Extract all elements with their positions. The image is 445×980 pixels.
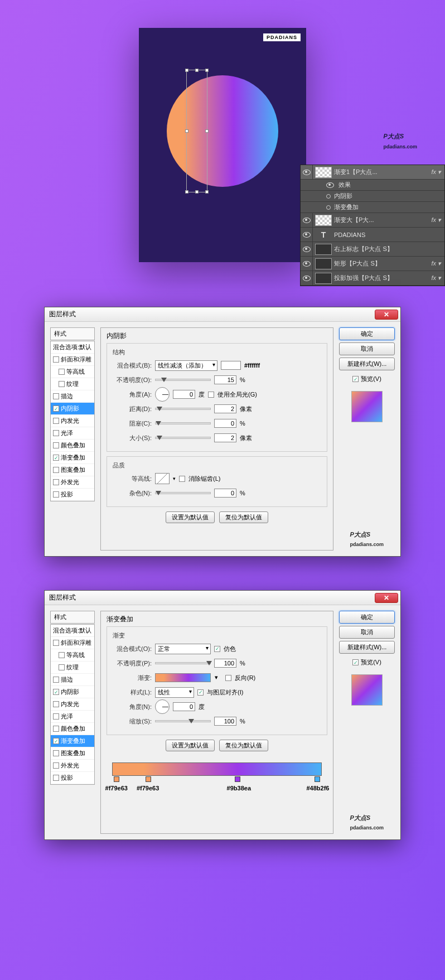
style-item[interactable]: 颜色叠加 bbox=[51, 723, 94, 735]
style-checkbox[interactable] bbox=[53, 762, 59, 769]
style-item[interactable]: 图案叠加 bbox=[51, 464, 94, 476]
visibility-toggle[interactable] bbox=[301, 257, 313, 271]
align-checkbox[interactable] bbox=[197, 689, 204, 696]
size-slider[interactable] bbox=[155, 437, 211, 439]
gradient-stop[interactable] bbox=[235, 776, 240, 782]
eye-icon[interactable] bbox=[326, 182, 334, 188]
gradient-stop[interactable] bbox=[114, 776, 119, 782]
style-checkbox[interactable] bbox=[53, 405, 59, 412]
style-item[interactable]: 描边 bbox=[51, 674, 94, 686]
size-input[interactable] bbox=[214, 433, 236, 442]
blend-mode-select[interactable]: 正常 bbox=[155, 644, 211, 654]
ok-button[interactable]: 确定 bbox=[339, 611, 395, 624]
handle-tl[interactable] bbox=[185, 69, 188, 72]
close-button[interactable]: ✕ bbox=[375, 310, 398, 320]
preview-checkbox[interactable] bbox=[352, 659, 359, 665]
titlebar[interactable]: 图层样式 ✕ bbox=[45, 307, 400, 322]
style-item[interactable]: 投影 bbox=[51, 772, 94, 784]
fx-badge[interactable]: fx ▾ bbox=[428, 216, 444, 224]
opacity-input[interactable] bbox=[214, 659, 236, 668]
blend-options-item[interactable]: 混合选项:默认 bbox=[51, 625, 94, 637]
style-checkbox[interactable] bbox=[53, 467, 59, 473]
global-light-checkbox[interactable] bbox=[208, 392, 214, 398]
style-checkbox[interactable] bbox=[53, 713, 59, 720]
set-default-button[interactable]: 设置为默认值 bbox=[166, 511, 215, 523]
reset-default-button[interactable]: 复位为默认值 bbox=[219, 740, 268, 751]
style-checkbox[interactable] bbox=[53, 640, 59, 646]
style-checkbox[interactable] bbox=[53, 418, 59, 424]
angle-dial[interactable] bbox=[155, 699, 170, 714]
style-item[interactable]: 等高线 bbox=[51, 649, 94, 662]
style-item[interactable]: 内阴影 bbox=[51, 403, 94, 415]
visibility-toggle[interactable] bbox=[301, 228, 313, 242]
layer-row[interactable]: 矩形【P大点 S】fx ▾ bbox=[301, 257, 444, 271]
choke-input[interactable] bbox=[214, 419, 236, 428]
visibility-toggle[interactable] bbox=[301, 271, 313, 285]
angle-input[interactable] bbox=[173, 702, 195, 711]
style-item[interactable]: 渐变叠加 bbox=[51, 735, 94, 747]
style-checkbox[interactable] bbox=[59, 652, 65, 658]
style-item[interactable]: 描边 bbox=[51, 390, 94, 403]
layer-row[interactable]: 投影加强【P大点 S】fx ▾ bbox=[301, 271, 444, 286]
style-checkbox[interactable] bbox=[53, 479, 59, 485]
fx-badge[interactable]: fx ▾ bbox=[428, 260, 444, 267]
layer-row[interactable]: 效果 bbox=[301, 180, 444, 191]
opacity-slider[interactable] bbox=[155, 662, 211, 664]
antialias-checkbox[interactable] bbox=[179, 476, 185, 482]
gradient-editor-bar[interactable] bbox=[112, 762, 322, 776]
style-item[interactable]: 纹理 bbox=[51, 378, 94, 390]
transform-selection[interactable] bbox=[186, 70, 207, 192]
style-checkbox[interactable] bbox=[53, 491, 59, 498]
choke-slider[interactable] bbox=[155, 422, 211, 424]
reset-default-button[interactable]: 复位为默认值 bbox=[219, 511, 268, 523]
style-checkbox[interactable] bbox=[53, 726, 59, 732]
fx-badge[interactable]: fx ▾ bbox=[428, 274, 444, 282]
style-item[interactable]: 光泽 bbox=[51, 427, 94, 440]
handle-bl[interactable] bbox=[185, 190, 188, 194]
style-item[interactable]: 纹理 bbox=[51, 662, 94, 674]
fx-badge[interactable]: fx ▾ bbox=[428, 168, 444, 176]
handle-ml[interactable] bbox=[185, 129, 188, 133]
style-checkbox[interactable] bbox=[53, 430, 59, 436]
noise-input[interactable] bbox=[214, 489, 236, 498]
style-item[interactable]: 内发光 bbox=[51, 698, 94, 711]
style-item[interactable]: 渐变叠加 bbox=[51, 452, 94, 464]
style-item[interactable]: 外发光 bbox=[51, 760, 94, 772]
layer-row[interactable]: 渐变大【P大...fx ▾ bbox=[301, 213, 444, 228]
style-checkbox[interactable] bbox=[53, 775, 59, 781]
gradient-stop[interactable] bbox=[146, 776, 151, 782]
titlebar[interactable]: 图层样式 ✕ bbox=[45, 591, 400, 605]
style-checkbox[interactable] bbox=[59, 369, 65, 375]
handle-mr[interactable] bbox=[205, 129, 209, 133]
layer-row[interactable]: 渐变叠加 bbox=[301, 202, 444, 213]
visibility-toggle[interactable] bbox=[301, 242, 313, 256]
styles-header[interactable]: 样式 bbox=[50, 327, 95, 340]
distance-input[interactable] bbox=[214, 404, 236, 413]
ok-button[interactable]: 确定 bbox=[339, 327, 395, 340]
gradient-picker[interactable] bbox=[155, 673, 211, 682]
handle-br[interactable] bbox=[205, 190, 209, 194]
style-item[interactable]: 斜面和浮雕 bbox=[51, 637, 94, 649]
color-swatch[interactable] bbox=[221, 361, 241, 370]
style-checkbox[interactable] bbox=[53, 442, 59, 448]
style-checkbox[interactable] bbox=[53, 701, 59, 707]
style-item[interactable]: 内阴影 bbox=[51, 686, 94, 698]
angle-dial[interactable] bbox=[155, 387, 170, 402]
handle-bm[interactable] bbox=[195, 190, 199, 194]
styles-header[interactable]: 样式 bbox=[50, 611, 95, 624]
blend-options-item[interactable]: 混合选项:默认 bbox=[51, 341, 94, 354]
layer-row[interactable]: 右上标志【P大点 S】 bbox=[301, 242, 444, 257]
style-checkbox[interactable] bbox=[53, 750, 59, 756]
set-default-button[interactable]: 设置为默认值 bbox=[166, 740, 215, 751]
handle-tr[interactable] bbox=[205, 69, 209, 72]
style-item[interactable]: 内发光 bbox=[51, 415, 94, 427]
blend-mode-select[interactable]: 线性减淡（添加） bbox=[155, 360, 217, 371]
close-button[interactable]: ✕ bbox=[375, 593, 398, 603]
layer-row[interactable]: 内阴影 bbox=[301, 191, 444, 202]
style-checkbox[interactable] bbox=[53, 455, 59, 461]
style-select[interactable]: 线性 bbox=[155, 687, 194, 698]
style-item[interactable]: 光泽 bbox=[51, 711, 94, 723]
layer-row[interactable]: TPDADIANS bbox=[301, 228, 444, 242]
style-item[interactable]: 斜面和浮雕 bbox=[51, 354, 94, 366]
layer-row[interactable]: 渐变1【P大点...fx ▾ bbox=[301, 165, 444, 180]
